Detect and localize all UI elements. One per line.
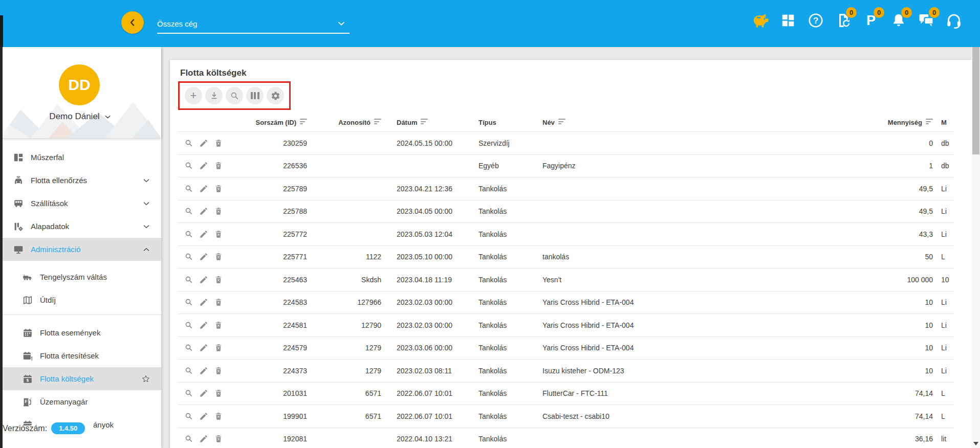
delete-row-button[interactable] <box>214 252 223 261</box>
sidebar-item-szallitasok[interactable]: Szállítások <box>0 192 161 215</box>
scrollbar-down-arrow-icon[interactable] <box>973 442 978 445</box>
view-row-button[interactable] <box>184 412 193 421</box>
row-actions <box>178 139 230 148</box>
apps-grid-glyph <box>780 13 796 28</box>
delete-row-button[interactable] <box>214 434 223 443</box>
header-sorszam[interactable]: Sorszám (ID) <box>230 119 307 126</box>
back-button[interactable] <box>121 11 144 34</box>
view-row-button[interactable] <box>184 161 193 170</box>
edit-row-button[interactable] <box>199 321 208 330</box>
cell-tipus: Egyéb <box>478 162 542 170</box>
sidebar-item-utdij[interactable]: Útdíj <box>0 288 161 311</box>
edit-row-button[interactable] <box>199 252 208 261</box>
view-row-button[interactable] <box>184 275 193 284</box>
delete-row-button[interactable] <box>214 389 223 398</box>
delete-row-button[interactable] <box>214 412 223 421</box>
delete-row-button[interactable] <box>214 139 223 148</box>
view-row-button[interactable] <box>184 389 193 398</box>
search-icon <box>184 412 193 421</box>
messages-icon[interactable]: 0 <box>918 10 935 31</box>
view-row-button[interactable] <box>184 343 193 352</box>
table-row[interactable]: 225772 2023.05.03 12:04 Tankolás 43,3 Li <box>178 222 953 245</box>
support-headset-icon[interactable] <box>945 10 963 31</box>
table-row[interactable]: 224373 1279 2023.02.03 08:11 Tankolás Is… <box>178 359 953 382</box>
table-row[interactable]: 224581 12790 2023.02.03 00:00 Tankolás Y… <box>178 313 953 337</box>
view-row-button[interactable] <box>184 207 193 216</box>
table-row[interactable]: 225788 2023.04.05 00:00 Tankolás 49,5 Li <box>178 200 953 223</box>
table-row[interactable]: 224579 1279 2023.03.06 00:00 Tankolás Ya… <box>178 337 953 360</box>
help-icon[interactable]: ? <box>807 10 824 31</box>
sidebar-item-tengelyszam-valtas[interactable]: Tengelyszám váltás <box>0 265 161 288</box>
header-mennyiseg[interactable]: Mennyiség <box>870 119 933 126</box>
apps-grid-icon[interactable] <box>779 10 797 31</box>
table-row[interactable]: 199901 6571 2022.06.07 10:01 Tankolás Cs… <box>178 405 953 428</box>
vertical-scrollbar[interactable] <box>972 47 980 448</box>
view-row-button[interactable] <box>184 366 193 375</box>
header-egyseg[interactable]: M <box>933 119 953 126</box>
header-tipus[interactable]: Típus <box>478 119 542 126</box>
view-row-button[interactable] <box>184 230 193 239</box>
edit-row-button[interactable] <box>199 298 208 307</box>
table-row[interactable]: 230259 2024.05.15 00:00 Szervizdíj 0 db <box>178 131 953 154</box>
download-button[interactable] <box>205 87 223 104</box>
edit-row-button[interactable] <box>199 207 208 216</box>
sidebar-item-muszerfal[interactable]: Műszerfal <box>0 146 161 169</box>
table-row[interactable]: 201031 6571 2022.06.07 10:01 Tankolás Fl… <box>178 382 953 405</box>
company-select[interactable]: Összes cég <box>157 14 350 34</box>
table-row[interactable]: 225789 2023.04.21 12:36 Tankolás 49,5 Li <box>178 177 953 200</box>
sidebar-item-flotta-ellenorzes[interactable]: Flotta ellenőrzés <box>0 169 161 192</box>
view-row-button[interactable] <box>184 139 193 148</box>
edit-row-button[interactable] <box>199 161 208 170</box>
columns-button[interactable] <box>246 87 264 104</box>
sidebar-item-flotta-koltsegek[interactable]: $ Flotta költségek <box>0 367 161 390</box>
view-row-button[interactable] <box>184 184 193 193</box>
edit-row-button[interactable] <box>199 343 208 352</box>
user-menu[interactable]: Demo Dániel <box>0 111 161 122</box>
delete-row-button[interactable] <box>214 275 223 284</box>
edit-row-button[interactable] <box>199 184 208 193</box>
view-row-button[interactable] <box>184 321 193 330</box>
edit-row-button[interactable] <box>199 412 208 421</box>
edit-row-button[interactable] <box>199 230 208 239</box>
parking-icon[interactable]: P 0 <box>862 10 880 31</box>
edit-row-button[interactable] <box>199 275 208 284</box>
table-row[interactable]: 225771 1122 2023.05.10 00:00 Tankolás ta… <box>178 245 953 268</box>
delete-row-button[interactable] <box>214 207 223 216</box>
delete-row-button[interactable] <box>214 161 223 170</box>
sidebar-item-flotta-esemenyek[interactable]: Flotta események <box>0 321 161 344</box>
sidebar-item-adminisztracio[interactable]: Adminisztráció <box>0 238 161 261</box>
notifications-icon[interactable]: 0 <box>890 10 907 31</box>
view-row-button[interactable] <box>184 298 193 307</box>
edit-row-button[interactable] <box>199 139 208 148</box>
header-nev[interactable]: Név <box>542 119 870 126</box>
delete-row-button[interactable] <box>214 298 223 307</box>
piggy-bank-icon[interactable] <box>752 10 769 31</box>
search-button[interactable] <box>226 87 243 104</box>
delete-row-button[interactable] <box>214 366 223 375</box>
delete-row-button[interactable] <box>214 184 223 193</box>
edit-row-button[interactable] <box>199 389 208 398</box>
search-icon <box>184 252 193 261</box>
table-row[interactable]: 226536 Egyéb Fagyipénz 1 db <box>178 154 953 177</box>
settings-button[interactable] <box>267 87 284 104</box>
table-row[interactable]: 192081 2022.04.10 13:21 Tankolás 36,16 l… <box>178 428 953 448</box>
sidebar-item-flotta-ertesitesek[interactable]: Flotta értesítések <box>0 344 161 367</box>
table-row[interactable]: 225463 Skdsh 2023.04.18 11:19 Tankolás Y… <box>178 268 953 291</box>
document-sync-icon[interactable]: 0 <box>835 10 852 31</box>
sidebar-item-uzemanyagar[interactable]: Ff Üzemanyagár <box>0 390 161 413</box>
sidebar-item-alapadatok[interactable]: Alapadatok <box>0 215 161 238</box>
scrollbar-thumb[interactable] <box>972 47 979 154</box>
search-icon <box>184 434 193 443</box>
view-row-button[interactable] <box>184 434 193 443</box>
edit-row-button[interactable] <box>199 434 208 443</box>
delete-row-button[interactable] <box>214 321 223 330</box>
view-row-button[interactable] <box>184 252 193 261</box>
edit-row-button[interactable] <box>199 366 208 375</box>
add-button[interactable]: + <box>185 87 202 104</box>
header-azonosito[interactable]: Azonosító <box>307 119 381 126</box>
delete-row-button[interactable] <box>214 230 223 239</box>
header-datum[interactable]: Dátum <box>381 119 478 126</box>
table-row[interactable]: 224583 127966 2023.02.03 00:00 Tankolás … <box>178 291 953 314</box>
delete-row-button[interactable] <box>214 343 223 352</box>
favorite-star-icon[interactable] <box>141 374 151 384</box>
